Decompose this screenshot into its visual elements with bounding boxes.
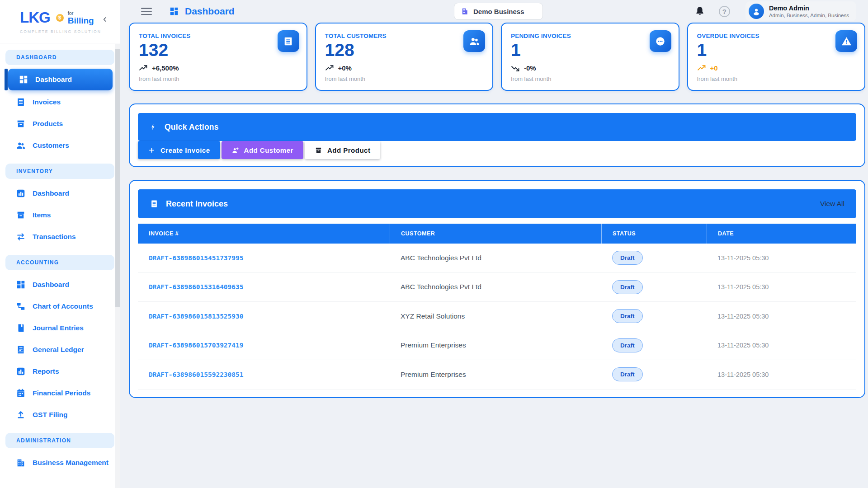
plus-icon [148,146,156,154]
table-header-row: INVOICE # CUSTOMER STATUS DATE [138,224,856,244]
stat-label: TOTAL INVOICES [139,33,297,39]
topbar: Dashboard Demo Business ? Demo Admin Adm… [120,0,868,23]
sidebar-item-label: General Ledger [33,346,84,354]
sidebar-nav: DASHBOARD Dashboard Invoices Products Cu… [0,43,120,474]
user-name: Demo Admin [769,5,849,12]
sidebar-item-customers[interactable]: Customers [5,135,114,156]
column-header-invoice: INVOICE # [138,224,390,244]
sidebar-item-label: Financial Periods [33,389,90,397]
status-badge: Draft [612,367,643,381]
stat-note: from last month [139,75,297,82]
customer-name: Premium Enterprises [390,371,601,379]
invoice-icon [278,30,299,52]
invoice-number-link[interactable]: DRAFT-638986015703927419 [138,342,390,349]
sidebar-item-business-management[interactable]: Business Management [5,452,114,474]
person-icon [752,7,761,16]
stat-label: PENDING INVOICES [511,33,670,39]
business-selector[interactable]: Demo Business [454,3,543,20]
upload-icon [16,410,26,420]
ledger-icon [16,345,26,355]
sidebar-item-reports[interactable]: Reports [5,361,114,382]
sidebar-collapse-button[interactable] [100,14,110,24]
quick-actions-header: Quick Actions [138,113,856,141]
sidebar-item-general-ledger[interactable]: General Ledger [5,339,114,361]
bell-icon[interactable] [694,6,705,17]
stat-label: TOTAL CUSTOMERS [325,33,484,39]
person-add-icon [231,146,239,154]
sidebar-item-dashboard[interactable]: Dashboard [8,69,113,90]
stat-trend: -0% [511,64,670,73]
stat-card-total-invoices: TOTAL INVOICES 132 +6,500% from last mon… [129,23,307,91]
sidebar-item-inventory-dashboard[interactable]: Dashboard [5,183,114,204]
invoice-date: 13-11-2025 05:30 [707,342,856,349]
sidebar-item-label: Chart of Accounts [33,302,93,310]
business-selector-label: Demo Business [473,8,524,15]
quick-actions-panel: Quick Actions Create Invoice Add Custome… [129,103,865,167]
logo-block: LKG $ for Billing COMPLETE BILLING SOLUT… [0,0,120,43]
sidebar-item-financial-periods[interactable]: Financial Periods [5,382,114,404]
section-header-inventory: INVENTORY [5,164,114,179]
help-icon[interactable]: ? [719,6,730,17]
add-product-button[interactable]: Add Product [305,141,381,159]
app-root: LKG $ for Billing COMPLETE BILLING SOLUT… [0,0,868,488]
hamburger-menu-icon[interactable] [141,8,152,15]
grid-icon [16,280,26,290]
recent-invoices-header: Recent Invoices View All [138,189,856,218]
sidebar: LKG $ for Billing COMPLETE BILLING SOLUT… [0,0,120,488]
brand-product: for Billing [68,11,94,25]
swap-arrows-icon [16,232,26,242]
sidebar-item-invoices[interactable]: Invoices [5,91,114,113]
stat-card-overdue-invoices: OVERDUE INVOICES 1 +0 from last month [687,23,866,91]
brand-logo: LKG [20,9,50,26]
sidebar-item-label: Dashboard [33,281,69,289]
invoice-date: 13-11-2025 05:30 [707,283,856,291]
invoice-number-link[interactable]: DRAFT-638986015451737995 [138,254,390,262]
customer-name: XYZ Retail Solutions [390,312,601,320]
sidebar-item-transactions[interactable]: Transactions [5,226,114,248]
add-customer-button[interactable]: Add Customer [222,141,303,159]
chat-dots-icon [650,30,671,52]
sidebar-item-label: Products [33,120,63,128]
sidebar-item-journal-entries[interactable]: Journal Entries [5,317,114,339]
product-box-icon [315,146,322,154]
stat-value: 132 [139,40,297,61]
column-header-status: STATUS [601,224,707,244]
sidebar-item-accounting-dashboard[interactable]: Dashboard [5,274,114,296]
invoice-number-link[interactable]: DRAFT-638986015813525930 [138,313,390,320]
trend-up-icon [139,64,148,73]
sidebar-item-label: Dashboard [35,75,72,84]
table-row: DRAFT-638986015592230851 Premium Enterpr… [138,360,856,389]
invoice-number-link[interactable]: DRAFT-638986015316409635 [138,283,390,291]
sidebar-item-label: Journal Entries [33,324,84,332]
hierarchy-icon [16,301,26,311]
stat-trend: +0% [325,64,484,73]
status-badge: Draft [612,251,643,265]
sidebar-item-items[interactable]: Items [5,204,114,226]
trend-up-icon [697,64,706,73]
sidebar-scrollbar-thumb[interactable] [115,49,120,307]
trend-up-icon [325,64,334,73]
stat-note: from last month [325,75,484,82]
stat-trend: +6,500% [139,64,297,73]
invoice-number-link[interactable]: DRAFT-638986015592230851 [138,371,390,378]
stat-value: 1 [697,40,856,61]
sidebar-item-label: Business Management [33,459,108,467]
building-icon [16,458,26,468]
sidebar-item-chart-of-accounts[interactable]: Chart of Accounts [5,296,114,317]
view-all-link[interactable]: View All [820,200,844,208]
brand-tagline: COMPLETE BILLING SOLUTION [20,29,112,34]
sidebar-item-label: Reports [33,367,59,375]
sidebar-item-label: Dashboard [33,189,69,197]
sidebar-item-label: Items [33,211,51,219]
create-invoice-button[interactable]: Create Invoice [138,141,220,159]
customer-name: ABC Technologies Pvt Ltd [390,254,601,262]
building-icon [461,7,469,15]
sidebar-item-gst-filing[interactable]: GST Filing [5,404,114,426]
avatar [749,4,764,19]
customer-name: ABC Technologies Pvt Ltd [390,283,601,291]
sidebar-item-products[interactable]: Products [5,113,114,135]
box-icon [16,210,26,220]
warning-icon [835,30,857,52]
user-menu[interactable]: Demo Admin Admin, Business, Admin, Busin… [745,1,856,21]
table-row: DRAFT-638986015316409635 ABC Technologie… [138,273,856,302]
